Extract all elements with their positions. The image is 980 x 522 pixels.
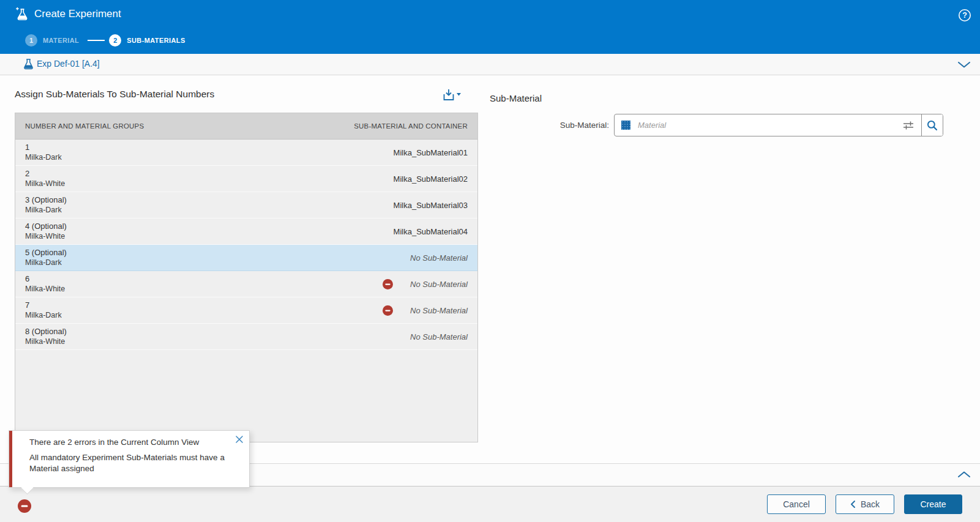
error-popup: There are 2 errors in the Current Column…	[9, 430, 250, 488]
step-label: MATERIAL	[43, 37, 79, 44]
row-number: 2	[25, 168, 394, 179]
row-number-and-group: 3 (Optional)Milka-Dark	[25, 195, 394, 215]
row-number-and-group: 5 (Optional)Milka-Dark	[25, 247, 410, 268]
row-submaterial-cell: Milka_SubMaterial02	[394, 174, 468, 184]
table-row[interactable]: 1Milka-DarkMilka_SubMaterial01	[15, 140, 477, 166]
row-submaterial-value: Milka_SubMaterial03	[394, 201, 468, 210]
row-number: 5 (Optional)	[25, 247, 410, 258]
cancel-button[interactable]: Cancel	[767, 494, 826, 514]
table-row[interactable]: 7Milka-DarkNo Sub-Material	[15, 297, 477, 324]
back-button-label: Back	[861, 499, 880, 509]
row-number: 6	[25, 274, 383, 285]
row-number: 1	[25, 142, 394, 153]
row-material-group: Milka-Dark	[25, 310, 383, 321]
experiment-definition-bar[interactable]: Exp Def-01 [A.4]	[0, 54, 980, 75]
row-number-and-group: 8 (Optional)Milka-White	[25, 326, 410, 347]
error-icon	[383, 305, 393, 316]
error-popup-message: All mandatory Experiment Sub-Materials m…	[29, 452, 233, 474]
row-submaterial-value: No Sub-Material	[410, 253, 468, 263]
table-body: 1Milka-DarkMilka_SubMaterial012Milka-Whi…	[15, 140, 477, 442]
chevron-down-icon[interactable]	[957, 61, 971, 69]
step-label: SUB-MATERIALS	[127, 37, 185, 44]
back-button[interactable]: Back	[836, 494, 894, 514]
experiment-definition-label: Exp Def-01 [A.4]	[37, 59, 100, 69]
row-submaterial-cell: Milka_SubMaterial04	[394, 227, 468, 236]
row-number-and-group: 1Milka-Dark	[25, 142, 394, 163]
question-mark-icon[interactable]: ?	[958, 9, 971, 22]
table-row[interactable]: 3 (Optional)Milka-DarkMilka_SubMaterial0…	[15, 192, 477, 218]
table-row[interactable]: 5 (Optional)Milka-DarkNo Sub-Material	[15, 245, 477, 271]
row-number: 8 (Optional)	[25, 326, 410, 337]
create-button-label: Create	[920, 499, 946, 509]
step-material[interactable]: 1 MATERIAL	[25, 34, 79, 47]
table-row[interactable]: 6Milka-WhiteNo Sub-Material	[15, 271, 477, 297]
assign-submaterials-heading: Assign Sub-Materials To Sub-Material Num…	[15, 89, 214, 100]
download-tray-icon[interactable]	[438, 86, 465, 104]
row-material-group: Milka-White	[25, 284, 383, 294]
material-square-icon	[621, 121, 630, 130]
chevron-up-icon[interactable]	[957, 471, 971, 478]
row-material-group: Milka-Dark	[25, 258, 410, 268]
submaterial-assignment-table: NUMBER AND MATERIAL GROUPS SUB-MATERIAL …	[15, 113, 478, 442]
row-submaterial-value: Milka_SubMaterial04	[394, 227, 468, 236]
row-submaterial-cell: No Sub-Material	[410, 253, 468, 263]
magnifier-icon[interactable]	[922, 114, 943, 136]
flask-plus-icon	[15, 7, 29, 21]
submaterial-panel-heading: Sub-Material	[490, 93, 542, 103]
table-header-row: NUMBER AND MATERIAL GROUPS SUB-MATERIAL …	[15, 113, 477, 140]
row-number: 4 (Optional)	[25, 221, 394, 232]
row-number: 7	[25, 300, 383, 311]
create-button[interactable]: Create	[904, 494, 962, 514]
row-submaterial-value: No Sub-Material	[410, 332, 468, 341]
submaterial-field-label: Sub-Material:	[536, 121, 609, 130]
row-submaterial-value: No Sub-Material	[410, 280, 468, 289]
cancel-button-label: Cancel	[783, 499, 810, 509]
row-submaterial-cell: No Sub-Material	[383, 279, 468, 289]
page-title: Create Experiment	[34, 8, 121, 20]
row-material-group: Milka-White	[25, 231, 394, 242]
close-x-icon[interactable]	[235, 435, 244, 444]
svg-text:?: ?	[962, 11, 967, 20]
blocked-minus-icon[interactable]	[18, 499, 31, 513]
row-number-and-group: 4 (Optional)Milka-White	[25, 221, 394, 242]
flask-icon	[23, 59, 34, 70]
step-sub-materials[interactable]: 2 SUB-MATERIALS	[109, 34, 185, 47]
step-number-badge: 2	[109, 34, 121, 47]
wizard-steps: 1 MATERIAL 2 SUB-MATERIALS	[25, 34, 185, 47]
footer-action-bar: Cancel Back Create	[0, 486, 980, 522]
row-submaterial-value: Milka_SubMaterial01	[394, 148, 468, 157]
table-row[interactable]: 4 (Optional)Milka-WhiteMilka_SubMaterial…	[15, 218, 477, 245]
row-submaterial-value: No Sub-Material	[410, 306, 468, 315]
submaterial-search-input[interactable]	[638, 114, 896, 136]
column-header-number-groups: NUMBER AND MATERIAL GROUPS	[25, 122, 144, 130]
row-number: 3 (Optional)	[25, 195, 394, 206]
submaterial-lookup-field	[614, 114, 943, 136]
error-popup-title: There are 2 errors in the Current Column…	[29, 438, 233, 447]
row-submaterial-cell: No Sub-Material	[410, 332, 468, 341]
table-row[interactable]: 2Milka-WhiteMilka_SubMaterial02	[15, 166, 477, 192]
table-row[interactable]: 8 (Optional)Milka-WhiteNo Sub-Material	[15, 324, 477, 350]
row-material-group: Milka-White	[25, 179, 394, 189]
row-material-group: Milka-Dark	[25, 152, 394, 163]
row-submaterial-cell: No Sub-Material	[383, 305, 468, 316]
row-submaterial-cell: Milka_SubMaterial03	[394, 201, 468, 210]
row-submaterial-value: Milka_SubMaterial02	[394, 174, 468, 184]
step-connector-line	[88, 40, 105, 41]
row-number-and-group: 6Milka-White	[25, 274, 383, 294]
error-icon	[383, 279, 393, 289]
row-material-group: Milka-Dark	[25, 205, 394, 215]
row-number-and-group: 7Milka-Dark	[25, 300, 383, 321]
column-header-submaterial-container: SUB-MATERIAL AND CONTAINER	[354, 122, 468, 130]
header-bar: Create Experiment ? 1 MATERIAL 2 SUB-MAT…	[0, 0, 980, 54]
step-number-badge: 1	[25, 34, 37, 47]
chevron-left-icon	[850, 500, 856, 509]
row-number-and-group: 2Milka-White	[25, 168, 394, 189]
row-submaterial-cell: Milka_SubMaterial01	[394, 148, 468, 157]
advanced-filter-icon[interactable]	[896, 114, 921, 136]
row-material-group: Milka-White	[25, 337, 410, 347]
